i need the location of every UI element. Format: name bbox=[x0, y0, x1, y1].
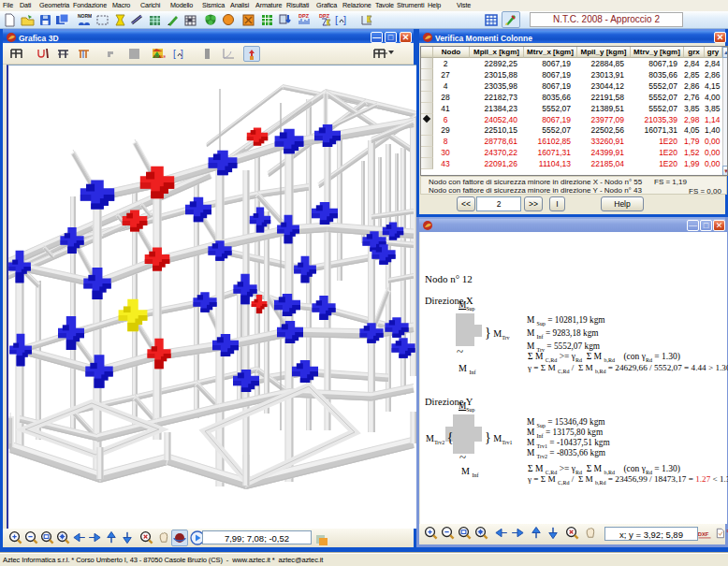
svg-text:DPZ: DPZ bbox=[298, 13, 310, 19]
svg-text:]: ] bbox=[181, 49, 183, 59]
svg-text:[: [ bbox=[173, 49, 176, 59]
svg-text:DXF: DXF bbox=[698, 531, 709, 537]
svg-text:[: [ bbox=[335, 14, 338, 25]
svg-text:SCALE: SCALE bbox=[153, 54, 166, 59]
svg-text:NORM: NORM bbox=[78, 13, 92, 19]
svg-text:]: ] bbox=[343, 14, 346, 25]
svg-text:DPZ: DPZ bbox=[319, 13, 330, 19]
